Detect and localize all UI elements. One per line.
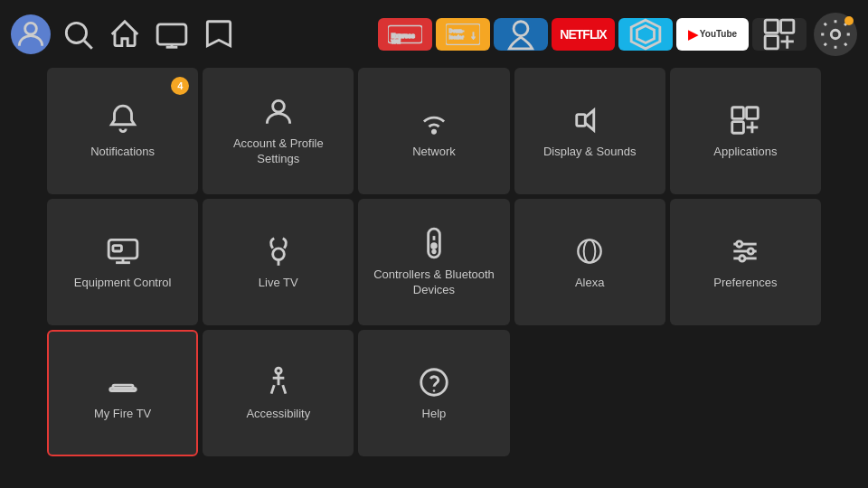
svg-point-23 <box>432 130 435 133</box>
wifi-icon <box>417 103 451 137</box>
tv-icon[interactable] <box>152 14 192 54</box>
grid-item-label: Accessibility <box>246 407 310 422</box>
settings-notification-dot <box>844 16 854 25</box>
svg-point-38 <box>432 244 437 249</box>
settings-button[interactable] <box>814 13 857 56</box>
svg-point-22 <box>272 100 284 112</box>
svg-point-1 <box>66 23 86 42</box>
svg-rect-25 <box>732 107 744 118</box>
svg-rect-18 <box>765 35 778 48</box>
svg-point-47 <box>740 255 745 260</box>
notification-badge: 4 <box>171 77 189 95</box>
app-downloader[interactable]: Down- loader ↓ <box>436 18 490 51</box>
svg-point-0 <box>25 23 37 34</box>
grid-item-preferences[interactable]: Preferences <box>670 199 821 325</box>
svg-point-50 <box>276 368 281 373</box>
accessibility-icon <box>261 365 296 399</box>
svg-point-45 <box>737 240 742 246</box>
remote-icon <box>417 226 451 260</box>
firetv-icon <box>106 365 140 399</box>
antenna-icon <box>261 234 296 268</box>
grid-item-label: Alexa <box>575 276 605 291</box>
grid-item-label: Display & Sounds <box>543 145 637 160</box>
grid-item-label: Preferences <box>713 276 777 291</box>
person-icon <box>261 95 296 129</box>
bell-icon <box>106 103 140 137</box>
svg-text:↓: ↓ <box>470 29 476 42</box>
grid-item-help[interactable]: Help <box>358 330 509 456</box>
grid-item-display[interactable]: Display & Sounds <box>514 68 665 194</box>
svg-rect-27 <box>732 121 744 133</box>
svg-point-13 <box>514 21 528 35</box>
sliders-icon <box>728 234 762 268</box>
grid-item-applications[interactable]: Applications <box>670 68 821 194</box>
grid-item-controllers[interactable]: Controllers & Bluetooth Devices <box>358 199 509 325</box>
svg-line-2 <box>84 41 92 49</box>
svg-point-39 <box>433 250 436 253</box>
grid-item-label: Help <box>422 407 447 422</box>
grid-item-alexa[interactable]: Alexa <box>514 199 665 325</box>
grid-item-label: Controllers & Bluetooth Devices <box>367 267 500 298</box>
grid-item-account[interactable]: Account & Profile Settings <box>203 68 354 194</box>
monitor-icon <box>106 234 140 268</box>
svg-rect-24 <box>577 114 586 126</box>
svg-text:Down-: Down- <box>449 27 464 33</box>
svg-rect-26 <box>747 107 759 118</box>
settings-grid: 4 Notifications Account & Profile Settin… <box>0 68 868 456</box>
app-youtube[interactable]: ▶ YouTube <box>676 18 749 51</box>
svg-text:loader: loader <box>449 33 464 39</box>
svg-rect-16 <box>765 20 778 33</box>
search-icon[interactable] <box>58 14 98 54</box>
svg-point-34 <box>272 248 284 259</box>
svg-rect-49 <box>109 388 136 390</box>
app-netflix[interactable]: NETFLIX <box>552 18 615 51</box>
grid-item-label: Equipment Control <box>74 276 172 291</box>
grid-item-label: My Fire TV <box>94 407 151 422</box>
svg-point-40 <box>579 239 601 262</box>
svg-point-46 <box>749 248 754 253</box>
app-shortcuts: Express VPN Down- loader ↓ NETFLIX <box>378 18 807 51</box>
svg-text:VPN: VPN <box>392 39 401 43</box>
help-icon <box>417 365 451 399</box>
grid-item-livetv[interactable]: Live TV <box>203 199 354 325</box>
svg-marker-15 <box>637 25 655 42</box>
svg-rect-3 <box>157 23 186 43</box>
speaker-icon <box>572 103 607 137</box>
bookmark-icon[interactable] <box>199 14 239 54</box>
app-firetv2[interactable] <box>494 18 548 51</box>
grid-item-notifications[interactable]: 4 Notifications <box>47 68 198 194</box>
svg-rect-17 <box>781 20 794 33</box>
apps-icon <box>728 103 762 137</box>
grid-item-label: Notifications <box>90 145 155 160</box>
grid-item-myfiretv[interactable]: My Fire TV <box>47 330 198 456</box>
svg-point-54 <box>433 389 436 392</box>
grid-item-network[interactable]: Network <box>358 68 509 194</box>
grid-item-equipment[interactable]: Equipment Control <box>47 199 198 325</box>
svg-point-41 <box>584 239 596 262</box>
grid-item-label: Live TV <box>259 276 298 291</box>
alexa-icon <box>572 234 607 268</box>
home-icon[interactable] <box>105 14 145 54</box>
grid-item-label: Network <box>412 145 456 160</box>
app-multiscreen[interactable] <box>752 18 807 51</box>
app-expressvpn[interactable]: Express VPN <box>378 18 432 51</box>
svg-rect-33 <box>113 245 122 250</box>
grid-item-accessibility[interactable]: Accessibility <box>203 330 354 456</box>
app-kodi[interactable] <box>618 18 673 51</box>
top-navigation-bar: Express VPN Down- loader ↓ NETFLIX <box>0 0 868 68</box>
avatar-icon[interactable] <box>11 14 51 54</box>
svg-point-21 <box>831 30 840 39</box>
grid-item-label: Account & Profile Settings <box>212 136 344 167</box>
grid-item-label: Applications <box>713 145 777 160</box>
